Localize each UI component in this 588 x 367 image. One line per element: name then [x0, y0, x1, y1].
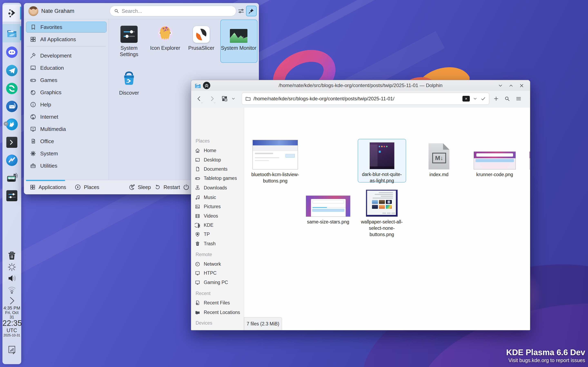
back-button[interactable] [194, 91, 204, 107]
place-tp[interactable]: TP [191, 230, 244, 239]
location-path[interactable]: /home/nate/kde/src/blogs-kde-org/content… [253, 96, 394, 101]
clock-local-time[interactable]: 4:35 PM [2, 305, 21, 311]
clear-text-icon[interactable]: ✕ [462, 96, 470, 101]
place-gaming-pc[interactable]: Gaming PC [191, 278, 244, 287]
file-wallpaper-buttons[interactable]: wallpaper-select-all-select-none-buttons… [356, 189, 407, 238]
place-recent-files[interactable]: Recent Files [191, 298, 244, 308]
place-kde[interactable]: KDE [191, 220, 244, 230]
place-music[interactable]: Music [191, 193, 244, 202]
place-desktop[interactable]: Desktop [191, 155, 244, 165]
place-htpc[interactable]: HTPC [191, 268, 244, 278]
place-network[interactable]: Network [191, 259, 244, 269]
kasts-task-button[interactable] [2, 169, 21, 186]
clock-local-date[interactable]: Fri, Oct [2, 310, 21, 315]
forward-icon [208, 95, 215, 102]
sidebar-item-games[interactable]: Games [26, 75, 107, 86]
place-trash[interactable]: Trash [191, 239, 244, 248]
clock-utc-date[interactable]: 2025-10-31 [2, 334, 21, 337]
file-index-md[interactable]: M↓ index.md [414, 139, 465, 178]
sidebar-item-utilities[interactable]: Utilities [26, 160, 107, 171]
sidebar-item-all-applications[interactable]: All Applications [26, 34, 107, 45]
falkon-task-button[interactable] [2, 152, 21, 169]
telegram-task-button[interactable] [2, 62, 21, 79]
place-recent-locations[interactable]: Recent Locations [191, 308, 244, 317]
sleep-button[interactable]: Sleep [129, 180, 151, 194]
shutdown-button[interactable] [183, 180, 190, 194]
file-view[interactable]: bluetooth-kcm-listview-buttons.png dark-… [244, 108, 530, 330]
clock-utc-time[interactable]: 22:35 [2, 319, 21, 328]
file-krunner-code[interactable]: krunner-code.png [469, 139, 520, 178]
restart-button[interactable]: Restart [154, 180, 180, 194]
sidebar-item-help[interactable]: Help [26, 99, 107, 110]
home-icon [195, 148, 200, 153]
sidebar-item-education[interactable]: Education [26, 62, 107, 73]
file-dark-blur[interactable]: dark-blur-not-quite-as-light.png [358, 139, 406, 183]
volume-applet[interactable] [2, 272, 21, 284]
toolbox-icon [30, 162, 36, 169]
view-grid-icon [221, 95, 228, 102]
brightness-applet[interactable] [2, 261, 21, 273]
favorite-system-settings[interactable]: System Settings [111, 22, 147, 58]
file-same-size-stars[interactable]: same-size-stars.png [303, 189, 354, 225]
place-galaxy-s10e[interactable]: Galaxy S10e [191, 328, 244, 330]
globe-icon [30, 114, 36, 120]
menu-button[interactable] [514, 91, 523, 107]
thunderbird-task-button[interactable] [2, 98, 21, 115]
element-task-button[interactable] [2, 80, 21, 97]
file-krunner-gimp[interactable]: krunner-gimp.png [525, 139, 530, 178]
konsole-task-button[interactable] [2, 134, 21, 151]
discord-task-button[interactable] [2, 44, 21, 61]
place-documents[interactable]: Documents [191, 164, 244, 174]
search-button[interactable] [503, 91, 512, 107]
file-thumbnail [306, 196, 350, 217]
forward-button[interactable] [207, 91, 217, 107]
back-icon [196, 95, 203, 102]
favorite-prusaslicer[interactable]: PrusaSlicer [183, 22, 219, 51]
favorite-discover[interactable]: Discover [111, 67, 147, 96]
places-panel: Places Home Desktop Documents Tabletop g… [191, 108, 244, 330]
minimize-button[interactable] [497, 82, 504, 89]
configure-button[interactable] [236, 6, 246, 16]
location-bar[interactable]: /home/nate/kde/src/blogs-kde-org/content… [242, 93, 489, 105]
sidebar-item-internet[interactable]: Internet [26, 111, 107, 122]
tab-places[interactable]: Places [75, 180, 99, 194]
kasts-icon [6, 172, 18, 183]
pin-button[interactable] [246, 6, 257, 16]
kickoff-launcher-button[interactable] [2, 4, 21, 22]
place-downloads[interactable]: Downloads [191, 183, 244, 192]
dolphin-task-button[interactable] [2, 24, 21, 42]
view-mode-dropdown[interactable] [230, 91, 237, 107]
titlebar[interactable]: /home/nate/kde/src/blogs-kde-org/content… [191, 80, 530, 91]
maximize-button[interactable] [508, 82, 515, 89]
place-pictures[interactable]: Pictures [191, 202, 244, 211]
clock-utc-label[interactable]: UTC [2, 327, 21, 333]
file-bluetooth-kcm[interactable]: bluetooth-kcm-listview-buttons.png [250, 139, 301, 184]
view-mode-button[interactable] [220, 91, 229, 107]
place-videos[interactable]: Videos [191, 211, 244, 221]
sidebar-item-graphics[interactable]: Graphics [26, 87, 107, 98]
note-widget[interactable] [2, 343, 21, 356]
close-button[interactable] [518, 82, 525, 89]
grid-icon [30, 36, 36, 43]
place-home[interactable]: Home [191, 146, 244, 155]
avatar[interactable] [28, 6, 38, 16]
documents-icon [30, 138, 36, 145]
system-settings-task-button[interactable] [2, 187, 21, 204]
sidebar-item-system[interactable]: System [26, 148, 107, 159]
sidebar-item-office[interactable]: Office [26, 136, 107, 147]
sidebar-item-development[interactable]: Development [26, 50, 107, 61]
sidebar-item-favorites[interactable]: Favorites [26, 22, 107, 33]
sidebar-item-multimedia[interactable]: Multimedia [26, 124, 107, 134]
place-tabletop-games[interactable]: Tabletop games [191, 174, 244, 183]
network-applet[interactable] [2, 284, 21, 296]
librewolf-task-button[interactable]: + [2, 116, 21, 133]
favorite-icon-explorer[interactable]: Icon Explorer [147, 22, 183, 51]
favorite-system-monitor[interactable]: System Monitor [221, 22, 257, 51]
accept-icon[interactable] [480, 96, 486, 101]
trash-applet[interactable] [2, 250, 21, 261]
tab-applications[interactable]: Applications [30, 180, 66, 194]
search-input[interactable]: Search... [110, 6, 236, 16]
split-view-button[interactable] [492, 91, 501, 107]
branding-subtitle: Visit bugs.kde.org to report issues [506, 358, 585, 363]
chevron-down-icon[interactable] [473, 96, 477, 101]
